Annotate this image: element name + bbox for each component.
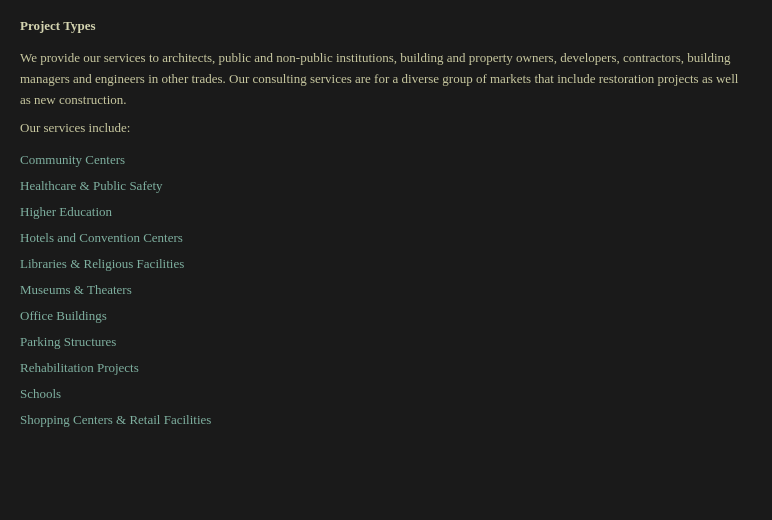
project-type-link[interactable]: Schools	[20, 386, 61, 401]
services-label: Our services include:	[20, 120, 752, 136]
project-type-link[interactable]: Higher Education	[20, 204, 112, 219]
list-item: Higher Education	[20, 204, 752, 220]
list-item: Shopping Centers & Retail Facilities	[20, 412, 752, 428]
project-type-link[interactable]: Shopping Centers & Retail Facilities	[20, 412, 211, 427]
list-item: Community Centers	[20, 152, 752, 168]
description-text: We provide our services to architects, p…	[20, 48, 740, 110]
list-item: Schools	[20, 386, 752, 402]
project-type-link[interactable]: Libraries & Religious Facilities	[20, 256, 184, 271]
project-type-link[interactable]: Rehabilitation Projects	[20, 360, 139, 375]
list-item: Hotels and Convention Centers	[20, 230, 752, 246]
project-type-link[interactable]: Hotels and Convention Centers	[20, 230, 183, 245]
list-item: Museums & Theaters	[20, 282, 752, 298]
project-type-link[interactable]: Parking Structures	[20, 334, 116, 349]
project-type-link[interactable]: Office Buildings	[20, 308, 107, 323]
list-item: Healthcare & Public Safety	[20, 178, 752, 194]
list-item: Parking Structures	[20, 334, 752, 350]
project-type-link[interactable]: Healthcare & Public Safety	[20, 178, 163, 193]
project-type-link[interactable]: Museums & Theaters	[20, 282, 132, 297]
list-item: Office Buildings	[20, 308, 752, 324]
project-list: Community CentersHealthcare & Public Saf…	[20, 152, 752, 428]
list-item: Libraries & Religious Facilities	[20, 256, 752, 272]
page-container: Project Types We provide our services to…	[20, 18, 752, 428]
page-title: Project Types	[20, 18, 752, 34]
project-type-link[interactable]: Community Centers	[20, 152, 125, 167]
list-item: Rehabilitation Projects	[20, 360, 752, 376]
